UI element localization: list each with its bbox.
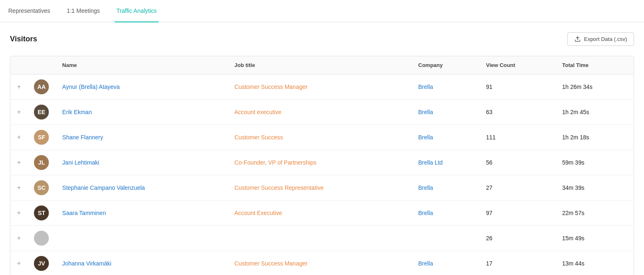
visitor-name[interactable]: Johanna Virkamäki: [62, 260, 111, 267]
table-header-row: Name Job title Company View Count Total …: [10, 56, 634, 74]
table-row: +STSaara TamminenAccount ExecutiveBrella…: [10, 201, 634, 226]
avatar: SF: [34, 130, 49, 145]
avatar: JV: [34, 256, 49, 271]
avatar: [34, 231, 49, 246]
visitor-company[interactable]: Brella: [418, 184, 433, 191]
view-count: 63: [479, 100, 555, 125]
avatar: ST: [34, 206, 49, 220]
avatar: JL: [34, 155, 49, 170]
visitor-name[interactable]: Erik Ekman: [62, 109, 92, 115]
col-add: [10, 56, 27, 74]
table-row: +JVJohanna VirkamäkiCustomer Success Man…: [10, 251, 634, 275]
table-row: +AAAynur (Brella) AtayevaCustomer Succes…: [10, 74, 634, 100]
total-time: 13m 44s: [555, 251, 634, 275]
col-total-time: Total Time: [555, 56, 634, 74]
col-name: Name: [55, 56, 228, 74]
export-button[interactable]: Export Data (.csv): [567, 32, 634, 46]
view-count: 56: [479, 150, 555, 175]
table-row: +SCStephanie Campano ValenzuelaCustomer …: [10, 175, 634, 201]
col-job-title: Job title: [228, 56, 411, 74]
view-count: 17: [479, 251, 555, 275]
add-row-button[interactable]: +: [17, 260, 21, 267]
total-time: 1h 2m 45s: [555, 100, 634, 125]
total-time: 1h 26m 34s: [555, 74, 634, 100]
table-row: +SFShane FlanneryCustomer SuccessBrella1…: [10, 125, 634, 150]
add-row-button[interactable]: +: [17, 235, 21, 242]
avatar: AA: [34, 79, 49, 94]
total-time: 15m 49s: [555, 226, 634, 251]
table-row: +JLJani LehtimakiCo-Founder, VP of Partn…: [10, 150, 634, 175]
visitor-job-title: Customer Success Representative: [234, 184, 324, 191]
visitor-company[interactable]: Brella: [418, 134, 433, 141]
visitor-company[interactable]: Brella: [418, 260, 433, 267]
visitor-job-title: Account Executive: [234, 210, 282, 216]
visitor-company[interactable]: Brella: [418, 84, 433, 90]
visitor-company[interactable]: Brella: [418, 210, 433, 216]
view-count: 27: [479, 175, 555, 201]
add-row-button[interactable]: +: [17, 84, 21, 90]
visitors-header: Visitors Export Data (.csv): [10, 32, 634, 46]
col-avatar: [27, 56, 55, 74]
total-time: 59m 39s: [555, 150, 634, 175]
visitors-title: Visitors: [10, 35, 37, 43]
visitor-job-title: Customer Success: [234, 134, 283, 141]
view-count: 91: [479, 74, 555, 100]
avatar: EE: [34, 105, 49, 120]
visitors-table: Name Job title Company View Count Total …: [10, 56, 634, 275]
tab-meetings[interactable]: 1:1 Meetings: [65, 0, 101, 22]
total-time: 34m 39s: [555, 175, 634, 201]
visitor-job-title: Customer Success Manager: [234, 260, 308, 267]
table-row: +EEErik EkmanAccount executiveBrella631h…: [10, 100, 634, 125]
visitor-name[interactable]: Jani Lehtimaki: [62, 159, 99, 166]
visitor-job-title: Account executive: [234, 109, 281, 115]
view-count: 97: [479, 201, 555, 226]
add-row-button[interactable]: +: [17, 109, 21, 115]
tab-representatives[interactable]: Representatives: [7, 0, 52, 22]
view-count: 26: [479, 226, 555, 251]
navigation-tabs: Representatives 1:1 Meetings Traffic Ana…: [0, 0, 644, 22]
tab-traffic-analytics[interactable]: Traffic Analytics: [115, 0, 158, 22]
total-time: 1h 2m 18s: [555, 125, 634, 150]
main-content: Visitors Export Data (.csv) Name Job tit…: [0, 22, 644, 275]
add-row-button[interactable]: +: [17, 159, 21, 166]
table-row: +2615m 49s: [10, 226, 634, 251]
col-view-count: View Count: [479, 56, 555, 74]
visitor-company[interactable]: Brella Ltd: [418, 159, 443, 166]
visitor-name[interactable]: Aynur (Brella) Atayeva: [62, 84, 120, 90]
avatar: SC: [34, 180, 49, 195]
add-row-button[interactable]: +: [17, 184, 21, 191]
visitor-company[interactable]: Brella: [418, 109, 433, 115]
visitor-name[interactable]: Shane Flannery: [62, 134, 103, 141]
col-company: Company: [412, 56, 480, 74]
add-row-button[interactable]: +: [17, 210, 21, 216]
export-label: Export Data (.csv): [584, 36, 627, 42]
upload-icon: [574, 36, 581, 42]
visitor-name[interactable]: Saara Tamminen: [62, 210, 106, 216]
total-time: 22m 57s: [555, 201, 634, 226]
view-count: 111: [479, 125, 555, 150]
visitor-job-title: Co-Founder, VP of Partnerships: [234, 159, 316, 166]
visitor-name[interactable]: Stephanie Campano Valenzuela: [62, 184, 145, 191]
add-row-button[interactable]: +: [17, 134, 21, 141]
visitor-job-title: Customer Success Manager: [234, 84, 308, 90]
